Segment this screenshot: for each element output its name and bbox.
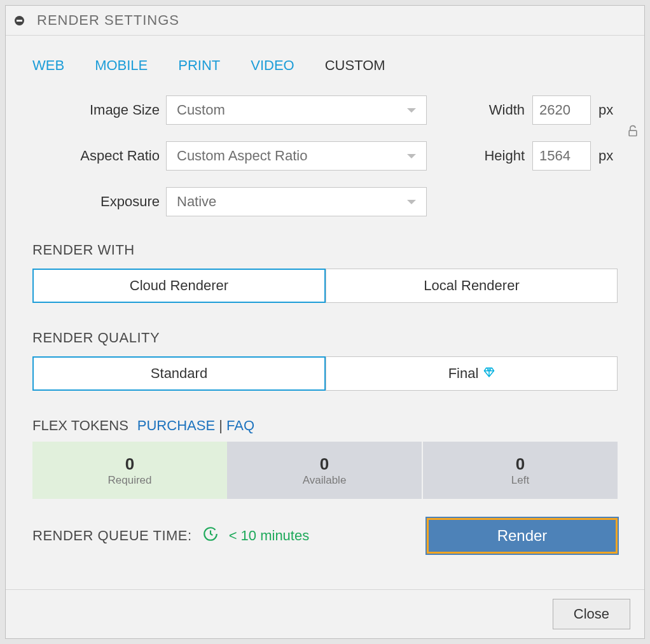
collapse-icon[interactable]	[15, 16, 24, 25]
separator: |	[219, 417, 223, 433]
faq-link[interactable]: FAQ	[226, 417, 254, 433]
width-row: Width px	[474, 95, 618, 125]
exposure-row: Exposure Native	[32, 187, 427, 216]
panel-footer: Close	[6, 589, 644, 638]
toggle-final[interactable]: Final	[326, 356, 618, 391]
render-settings-panel: RENDER SETTINGS WEB MOBILE PRINT VIDEO C…	[5, 5, 645, 639]
tab-strip: WEB MOBILE PRINT VIDEO CUSTOM	[32, 57, 618, 74]
queue-row: RENDER QUEUE TIME: < 10 minutes Render	[32, 518, 618, 554]
queue-time: < 10 minutes	[229, 528, 310, 544]
token-left-label: Left	[511, 474, 529, 487]
dimensions-column: Width px Height px	[474, 95, 618, 171]
chevron-down-icon	[407, 154, 416, 158]
tab-mobile[interactable]: MOBILE	[95, 57, 148, 74]
height-row: Height px	[474, 141, 618, 171]
image-size-label: Image Size	[32, 102, 160, 118]
aspect-ratio-label: Aspect Ratio	[32, 148, 160, 164]
diamond-icon	[483, 367, 495, 381]
queue-label: RENDER QUEUE TIME:	[32, 528, 192, 544]
lock-icon[interactable]	[626, 125, 639, 141]
width-unit: px	[598, 102, 618, 118]
height-label: Height	[474, 148, 525, 164]
aspect-ratio-value: Custom Aspect Ratio	[177, 148, 307, 164]
panel-header: RENDER SETTINGS	[6, 6, 644, 36]
tab-custom[interactable]: CUSTOM	[325, 57, 385, 74]
tab-web[interactable]: WEB	[32, 57, 64, 74]
token-available-label: Available	[303, 474, 347, 487]
width-label: Width	[474, 102, 525, 118]
purchase-link[interactable]: PURCHASE	[137, 417, 215, 433]
form-area: Image Size Custom Aspect Ratio Custom As…	[32, 95, 618, 216]
panel-body: WEB MOBILE PRINT VIDEO CUSTOM Image Size…	[6, 36, 644, 589]
token-required-label: Required	[108, 474, 152, 487]
token-available-value: 0	[320, 454, 329, 474]
toggle-standard[interactable]: Standard	[32, 356, 326, 391]
image-size-value: Custom	[177, 102, 225, 118]
form-left: Image Size Custom Aspect Ratio Custom As…	[32, 95, 427, 216]
token-left-value: 0	[516, 454, 525, 474]
tab-print[interactable]: PRINT	[178, 57, 220, 74]
chevron-down-icon	[407, 108, 416, 113]
toggle-local-renderer[interactable]: Local Renderer	[326, 269, 618, 303]
exposure-select[interactable]: Native	[166, 187, 427, 216]
flex-tokens-header: FLEX TOKENS PURCHASE | FAQ	[32, 417, 618, 434]
chevron-down-icon	[407, 200, 416, 204]
close-button[interactable]: Close	[553, 599, 630, 629]
token-cards: 0 Required 0 Available 0 Left	[32, 442, 618, 499]
image-size-select[interactable]: Custom	[166, 95, 427, 125]
token-card-required: 0 Required	[32, 442, 227, 499]
render-quality-label: RENDER QUALITY	[32, 330, 618, 346]
render-quality-group: Standard Final	[32, 356, 618, 391]
render-with-label: RENDER WITH	[32, 242, 618, 258]
panel-title: RENDER SETTINGS	[37, 12, 179, 29]
height-unit: px	[598, 148, 618, 164]
token-card-left: 0 Left	[423, 442, 618, 499]
token-card-available: 0 Available	[227, 442, 423, 499]
toggle-cloud-renderer[interactable]: Cloud Renderer	[32, 269, 326, 303]
height-input[interactable]	[532, 141, 591, 171]
render-button[interactable]: Render	[427, 518, 618, 554]
svg-rect-0	[629, 130, 637, 136]
token-required-value: 0	[125, 454, 134, 474]
aspect-ratio-row: Aspect Ratio Custom Aspect Ratio	[32, 141, 427, 171]
tab-video[interactable]: VIDEO	[251, 57, 294, 74]
width-input[interactable]	[532, 95, 591, 125]
flex-tokens-label: FLEX TOKENS	[32, 417, 128, 434]
exposure-value: Native	[177, 193, 216, 210]
exposure-label: Exposure	[32, 193, 160, 210]
aspect-ratio-select[interactable]: Custom Aspect Ratio	[166, 141, 427, 171]
toggle-final-label: Final	[448, 365, 479, 382]
clock-icon	[202, 526, 219, 547]
image-size-row: Image Size Custom	[32, 95, 427, 125]
render-with-group: Cloud Renderer Local Renderer	[32, 269, 618, 303]
